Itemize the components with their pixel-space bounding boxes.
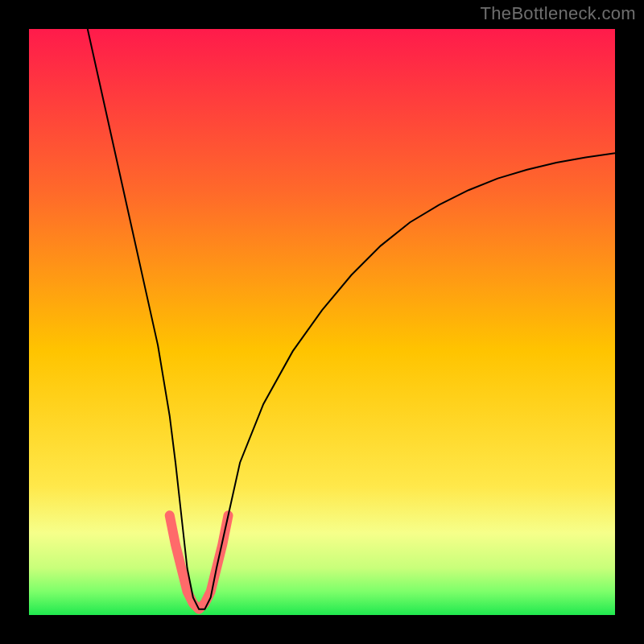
plot-area xyxy=(29,29,615,615)
watermark-text: TheBottleneck.com xyxy=(481,3,636,24)
chart-frame: TheBottleneck.com xyxy=(0,0,644,644)
plot-svg xyxy=(29,29,615,615)
gradient-background xyxy=(29,29,615,615)
